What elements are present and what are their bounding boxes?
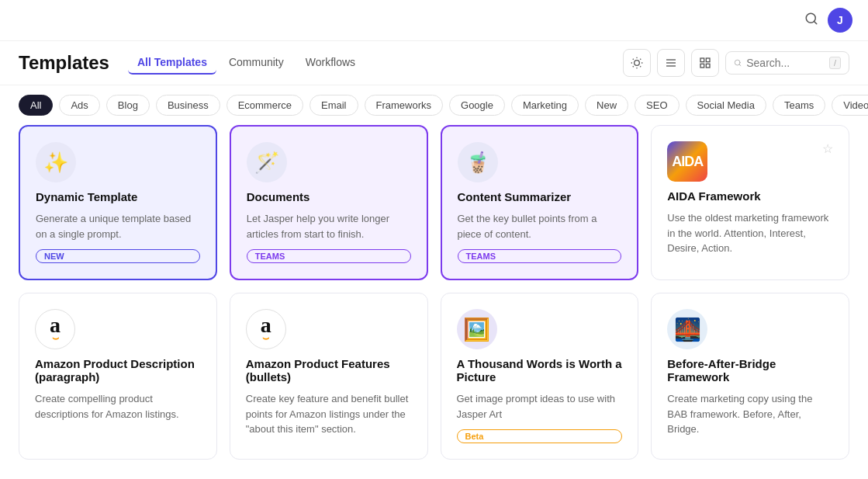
badge-teams: TEAMS <box>458 249 622 263</box>
filter-marketing[interactable]: Marketing <box>511 95 579 116</box>
card-desc: Create key feature and benefit bullet po… <box>246 391 412 437</box>
search-icon[interactable] <box>804 12 818 30</box>
cards-grid: ✨ Dynamic Template Generate a unique tem… <box>0 125 868 467</box>
card-aida-framework[interactable]: AIDA ☆ AIDA Framework Use the oldest mar… <box>651 125 849 280</box>
card-amazon-features[interactable]: a ⌣ Amazon Product Features (bullets) Cr… <box>230 293 428 460</box>
filter-new[interactable]: New <box>585 95 628 116</box>
card-desc: Use the oldest marketing framework in th… <box>667 210 833 256</box>
avatar[interactable]: J <box>828 8 852 33</box>
badge-beta: Beta <box>457 429 623 443</box>
card-desc: Let Jasper help you write longer article… <box>247 211 411 241</box>
filter-all[interactable]: All <box>19 95 53 116</box>
filter-teams[interactable]: Teams <box>773 95 825 116</box>
tab-workflows[interactable]: Workflows <box>296 51 365 75</box>
star-icon[interactable]: ☆ <box>822 141 833 156</box>
svg-rect-17 <box>706 64 710 68</box>
card-title: Before-After-Bridge Framework <box>667 357 833 384</box>
card-content-summarizer[interactable]: 🧋 Content Summarizer Get the key bullet … <box>441 125 639 280</box>
card-header-row: AIDA ☆ <box>667 141 833 182</box>
card-icon-bridge: 🌉 <box>667 309 707 349</box>
card-title: A Thousand Words is Worth a Picture <box>457 357 623 384</box>
page-title: Templates <box>19 52 109 74</box>
filter-ecommerce[interactable]: Ecommerce <box>227 95 303 116</box>
card-amazon-desc[interactable]: a ⌣ Amazon Product Description (paragrap… <box>19 293 217 460</box>
card-title: Content Summarizer <box>458 190 622 203</box>
filter-row: All Ads Blog Business Ecommerce Email Fr… <box>0 85 868 125</box>
svg-line-10 <box>640 59 641 60</box>
card-desc: Create marketing copy using the BAB fram… <box>667 391 833 437</box>
grid-view-button[interactable] <box>691 49 719 77</box>
card-icon-amazon2: a ⌣ <box>246 309 286 349</box>
card-icon-amazon: a ⌣ <box>35 309 75 349</box>
filter-email[interactable]: Email <box>310 95 358 116</box>
tab-community[interactable]: Community <box>220 51 293 75</box>
filter-blog[interactable]: Blog <box>106 95 150 116</box>
card-title: Amazon Product Features (bullets) <box>246 357 412 384</box>
search-input[interactable] <box>746 57 825 69</box>
card-icon-sparkle: ✨ <box>36 142 76 182</box>
card-thousand-words[interactable]: 🖼️ A Thousand Words is Worth a Picture G… <box>441 293 639 460</box>
svg-line-9 <box>633 66 634 67</box>
filter-frameworks[interactable]: Frameworks <box>365 95 444 116</box>
card-icon-cup: 🧋 <box>458 142 498 182</box>
svg-rect-14 <box>700 58 704 62</box>
filter-seo[interactable]: SEO <box>635 95 679 116</box>
svg-line-1 <box>814 21 816 23</box>
tab-all-templates[interactable]: All Templates <box>128 51 216 75</box>
card-title: Dynamic Template <box>36 190 200 203</box>
sun-button[interactable] <box>623 49 651 77</box>
filter-social-media[interactable]: Social Media <box>686 95 766 116</box>
list-view-button[interactable] <box>657 49 685 77</box>
card-title: Amazon Product Description (paragraph) <box>35 357 201 384</box>
card-desc: Generate a unique template based on a si… <box>36 211 200 241</box>
search-shortcut: / <box>829 57 841 69</box>
badge-new: NEW <box>36 249 200 263</box>
filter-ads[interactable]: Ads <box>59 95 99 116</box>
filter-business[interactable]: Business <box>156 95 220 116</box>
card-desc: Get the key bullet points from a piece o… <box>458 211 622 241</box>
card-desc: Get image prompt ideas to use with Jaspe… <box>457 391 623 422</box>
svg-line-6 <box>640 66 641 67</box>
svg-rect-15 <box>706 58 710 62</box>
nav-tabs: All Templates Community Workflows <box>128 51 604 75</box>
card-icon-image: 🖼️ <box>457 309 497 349</box>
badge-teams: TEAMS <box>247 249 411 263</box>
card-icon-eraser: 🪄 <box>247 142 287 182</box>
card-documents[interactable]: 🪄 Documents Let Jasper help you write lo… <box>230 125 428 280</box>
svg-line-5 <box>633 59 634 60</box>
card-desc: Create compelling product descriptions f… <box>35 391 201 422</box>
filter-google[interactable]: Google <box>449 95 505 116</box>
card-title: Documents <box>247 190 411 203</box>
aida-icon: AIDA <box>667 141 707 182</box>
top-bar: J <box>0 0 868 41</box>
search-box[interactable]: / <box>725 51 849 75</box>
header-actions: / <box>623 49 849 77</box>
card-dynamic-template[interactable]: ✨ Dynamic Template Generate a unique tem… <box>19 125 217 280</box>
card-title: AIDA Framework <box>667 189 833 203</box>
filter-video[interactable]: Video <box>832 95 868 116</box>
svg-rect-16 <box>700 64 704 68</box>
card-bab-framework[interactable]: 🌉 Before-After-Bridge Framework Create m… <box>651 293 849 460</box>
header: Templates All Templates Community Workfl… <box>0 41 868 85</box>
svg-line-19 <box>739 64 741 66</box>
svg-point-2 <box>635 61 640 66</box>
